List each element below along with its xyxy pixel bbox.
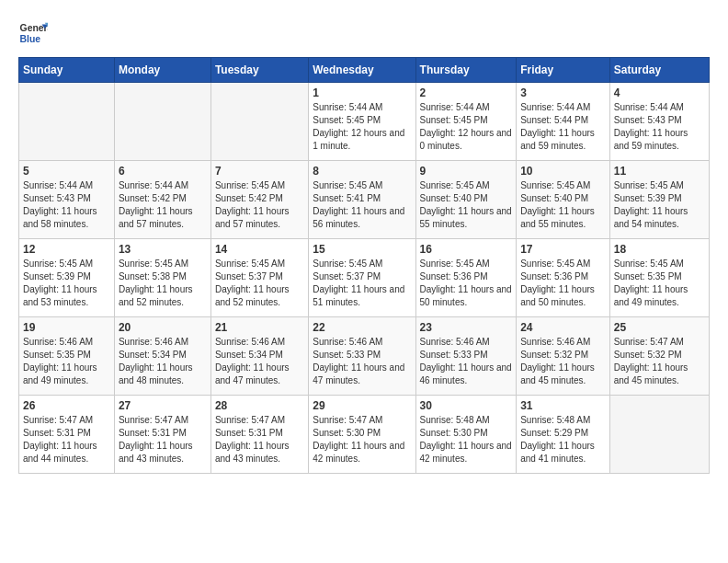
calendar-cell: 11Sunrise: 5:45 AM Sunset: 5:39 PM Dayli… — [609, 161, 709, 239]
calendar-cell: 19Sunrise: 5:46 AM Sunset: 5:35 PM Dayli… — [19, 317, 115, 396]
day-info: Sunrise: 5:45 AM Sunset: 5:40 PM Dayligh… — [520, 179, 606, 231]
calendar-cell: 4Sunrise: 5:44 AM Sunset: 5:43 PM Daylig… — [609, 83, 709, 161]
day-info: Sunrise: 5:44 AM Sunset: 5:43 PM Dayligh… — [614, 101, 705, 153]
week-row-1: 1Sunrise: 5:44 AM Sunset: 5:45 PM Daylig… — [19, 83, 710, 161]
day-number: 11 — [614, 165, 705, 178]
calendar-cell: 8Sunrise: 5:45 AM Sunset: 5:41 PM Daylig… — [309, 161, 415, 239]
day-number: 1 — [313, 86, 411, 99]
day-info: Sunrise: 5:48 AM Sunset: 5:29 PM Dayligh… — [520, 414, 606, 465]
day-number: 26 — [23, 399, 110, 412]
day-info: Sunrise: 5:45 AM Sunset: 5:41 PM Dayligh… — [313, 179, 411, 231]
week-row-2: 5Sunrise: 5:44 AM Sunset: 5:43 PM Daylig… — [19, 161, 710, 239]
day-number: 6 — [119, 165, 207, 178]
day-number: 25 — [614, 321, 705, 334]
calendar-cell: 21Sunrise: 5:46 AM Sunset: 5:34 PM Dayli… — [210, 317, 308, 396]
calendar-cell: 27Sunrise: 5:47 AM Sunset: 5:31 PM Dayli… — [114, 396, 210, 474]
day-number: 8 — [313, 165, 411, 178]
day-info: Sunrise: 5:45 AM Sunset: 5:40 PM Dayligh… — [420, 179, 513, 231]
day-info: Sunrise: 5:47 AM Sunset: 5:31 PM Dayligh… — [215, 414, 304, 465]
day-info: Sunrise: 5:46 AM Sunset: 5:33 PM Dayligh… — [420, 336, 513, 387]
day-info: Sunrise: 5:45 AM Sunset: 5:42 PM Dayligh… — [215, 179, 304, 231]
calendar-cell — [114, 83, 210, 161]
calendar-cell: 22Sunrise: 5:46 AM Sunset: 5:33 PM Dayli… — [309, 317, 415, 396]
day-info: Sunrise: 5:46 AM Sunset: 5:34 PM Dayligh… — [119, 336, 207, 387]
calendar-cell: 7Sunrise: 5:45 AM Sunset: 5:42 PM Daylig… — [210, 161, 308, 239]
day-number: 31 — [520, 399, 606, 412]
day-info: Sunrise: 5:45 AM Sunset: 5:37 PM Dayligh… — [215, 258, 304, 309]
calendar-cell: 20Sunrise: 5:46 AM Sunset: 5:34 PM Dayli… — [114, 317, 210, 396]
page-header: General Blue — [18, 18, 710, 48]
header-friday: Friday — [517, 58, 610, 83]
calendar-table: SundayMondayTuesdayWednesdayThursdayFrid… — [18, 57, 710, 474]
day-number: 20 — [119, 321, 207, 334]
day-number: 4 — [614, 86, 705, 99]
day-info: Sunrise: 5:47 AM Sunset: 5:31 PM Dayligh… — [23, 414, 110, 465]
day-info: Sunrise: 5:45 AM Sunset: 5:39 PM Dayligh… — [23, 258, 110, 309]
day-info: Sunrise: 5:44 AM Sunset: 5:45 PM Dayligh… — [420, 101, 513, 153]
svg-text:Blue: Blue — [20, 34, 41, 44]
calendar-cell: 2Sunrise: 5:44 AM Sunset: 5:45 PM Daylig… — [415, 83, 517, 161]
calendar-header: SundayMondayTuesdayWednesdayThursdayFrid… — [19, 58, 710, 83]
day-info: Sunrise: 5:48 AM Sunset: 5:30 PM Dayligh… — [420, 414, 513, 465]
day-number: 18 — [614, 243, 705, 256]
day-number: 10 — [520, 165, 606, 178]
calendar-cell: 26Sunrise: 5:47 AM Sunset: 5:31 PM Dayli… — [19, 396, 115, 474]
calendar-cell — [19, 83, 115, 161]
day-number: 19 — [23, 321, 110, 334]
day-info: Sunrise: 5:46 AM Sunset: 5:33 PM Dayligh… — [313, 336, 411, 387]
day-number: 9 — [420, 165, 513, 178]
calendar-cell: 14Sunrise: 5:45 AM Sunset: 5:37 PM Dayli… — [210, 239, 308, 317]
day-info: Sunrise: 5:46 AM Sunset: 5:35 PM Dayligh… — [23, 336, 110, 387]
week-row-3: 12Sunrise: 5:45 AM Sunset: 5:39 PM Dayli… — [19, 239, 710, 317]
calendar-cell: 24Sunrise: 5:46 AM Sunset: 5:32 PM Dayli… — [517, 317, 610, 396]
calendar-cell: 18Sunrise: 5:45 AM Sunset: 5:35 PM Dayli… — [609, 239, 709, 317]
calendar-cell: 12Sunrise: 5:45 AM Sunset: 5:39 PM Dayli… — [19, 239, 115, 317]
day-number: 14 — [215, 243, 304, 256]
header-row: SundayMondayTuesdayWednesdayThursdayFrid… — [19, 58, 710, 83]
calendar-cell: 16Sunrise: 5:45 AM Sunset: 5:36 PM Dayli… — [415, 239, 517, 317]
calendar-cell: 30Sunrise: 5:48 AM Sunset: 5:30 PM Dayli… — [415, 396, 517, 474]
day-info: Sunrise: 5:46 AM Sunset: 5:32 PM Dayligh… — [520, 336, 606, 387]
day-number: 2 — [420, 86, 513, 99]
header-wednesday: Wednesday — [309, 58, 415, 83]
day-number: 5 — [23, 165, 110, 178]
day-info: Sunrise: 5:47 AM Sunset: 5:31 PM Dayligh… — [119, 414, 207, 465]
day-number: 30 — [420, 399, 513, 412]
calendar-cell: 29Sunrise: 5:47 AM Sunset: 5:30 PM Dayli… — [309, 396, 415, 474]
day-number: 21 — [215, 321, 304, 334]
logo: General Blue — [18, 18, 48, 48]
calendar-cell: 1Sunrise: 5:44 AM Sunset: 5:45 PM Daylig… — [309, 83, 415, 161]
calendar-cell: 17Sunrise: 5:45 AM Sunset: 5:36 PM Dayli… — [517, 239, 610, 317]
calendar-cell — [210, 83, 308, 161]
day-number: 17 — [520, 243, 606, 256]
day-number: 28 — [215, 399, 304, 412]
day-info: Sunrise: 5:46 AM Sunset: 5:34 PM Dayligh… — [215, 336, 304, 387]
calendar-cell: 28Sunrise: 5:47 AM Sunset: 5:31 PM Dayli… — [210, 396, 308, 474]
day-number: 16 — [420, 243, 513, 256]
day-number: 23 — [420, 321, 513, 334]
day-info: Sunrise: 5:47 AM Sunset: 5:30 PM Dayligh… — [313, 414, 411, 465]
day-number: 13 — [119, 243, 207, 256]
day-info: Sunrise: 5:45 AM Sunset: 5:36 PM Dayligh… — [520, 258, 606, 309]
day-info: Sunrise: 5:47 AM Sunset: 5:32 PM Dayligh… — [614, 336, 705, 387]
day-info: Sunrise: 5:44 AM Sunset: 5:43 PM Dayligh… — [23, 179, 110, 231]
calendar-cell: 23Sunrise: 5:46 AM Sunset: 5:33 PM Dayli… — [415, 317, 517, 396]
header-thursday: Thursday — [415, 58, 517, 83]
day-info: Sunrise: 5:44 AM Sunset: 5:42 PM Dayligh… — [119, 179, 207, 231]
calendar-cell: 5Sunrise: 5:44 AM Sunset: 5:43 PM Daylig… — [19, 161, 115, 239]
day-number: 12 — [23, 243, 110, 256]
day-info: Sunrise: 5:45 AM Sunset: 5:37 PM Dayligh… — [313, 258, 411, 309]
calendar-cell: 3Sunrise: 5:44 AM Sunset: 5:44 PM Daylig… — [517, 83, 610, 161]
day-number: 15 — [313, 243, 411, 256]
calendar-cell: 31Sunrise: 5:48 AM Sunset: 5:29 PM Dayli… — [517, 396, 610, 474]
header-saturday: Saturday — [609, 58, 709, 83]
day-info: Sunrise: 5:45 AM Sunset: 5:36 PM Dayligh… — [420, 258, 513, 309]
day-info: Sunrise: 5:45 AM Sunset: 5:39 PM Dayligh… — [614, 179, 705, 231]
day-number: 24 — [520, 321, 606, 334]
week-row-4: 19Sunrise: 5:46 AM Sunset: 5:35 PM Dayli… — [19, 317, 710, 396]
header-sunday: Sunday — [19, 58, 115, 83]
calendar-cell: 6Sunrise: 5:44 AM Sunset: 5:42 PM Daylig… — [114, 161, 210, 239]
day-info: Sunrise: 5:45 AM Sunset: 5:38 PM Dayligh… — [119, 258, 207, 309]
day-number: 7 — [215, 165, 304, 178]
calendar-cell: 10Sunrise: 5:45 AM Sunset: 5:40 PM Dayli… — [517, 161, 610, 239]
